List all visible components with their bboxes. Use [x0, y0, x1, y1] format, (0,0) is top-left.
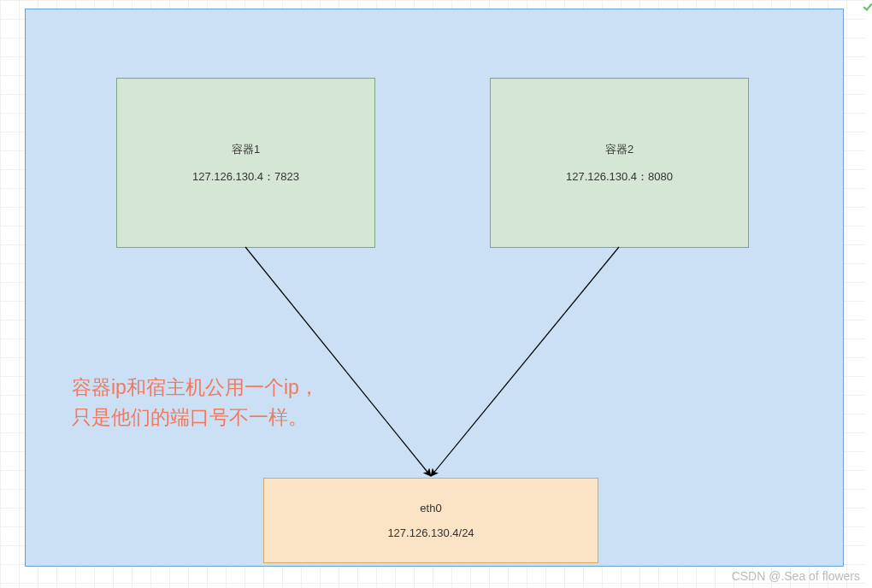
eth0-box: eth0 127.126.130.4/24 — [263, 478, 598, 563]
eth0-name: eth0 — [420, 502, 441, 514]
annotation-line2: 只是他们的端口号不一样。 — [72, 403, 319, 432]
annotation-text: 容器ip和宿主机公用一个ip， 只是他们的端口号不一样。 — [72, 373, 319, 432]
container-2-address: 127.126.130.4：8080 — [566, 169, 673, 185]
container-1-address: 127.126.130.4：7823 — [192, 169, 299, 185]
annotation-line1: 容器ip和宿主机公用一个ip， — [72, 373, 319, 403]
watermark-text: CSDN @.Sea of flowers — [732, 569, 860, 583]
container-2-title: 容器2 — [605, 142, 633, 157]
edge-strip — [865, 0, 872, 588]
container-1-box: 容器1 127.126.130.4：7823 — [116, 78, 375, 248]
container-2-box: 容器2 127.126.130.4：8080 — [490, 78, 749, 248]
container-1-title: 容器1 — [232, 142, 260, 157]
eth0-address: 127.126.130.4/24 — [387, 526, 474, 539]
host-machine-box: 容器1 127.126.130.4：7823 容器2 127.126.130.4… — [25, 9, 844, 567]
